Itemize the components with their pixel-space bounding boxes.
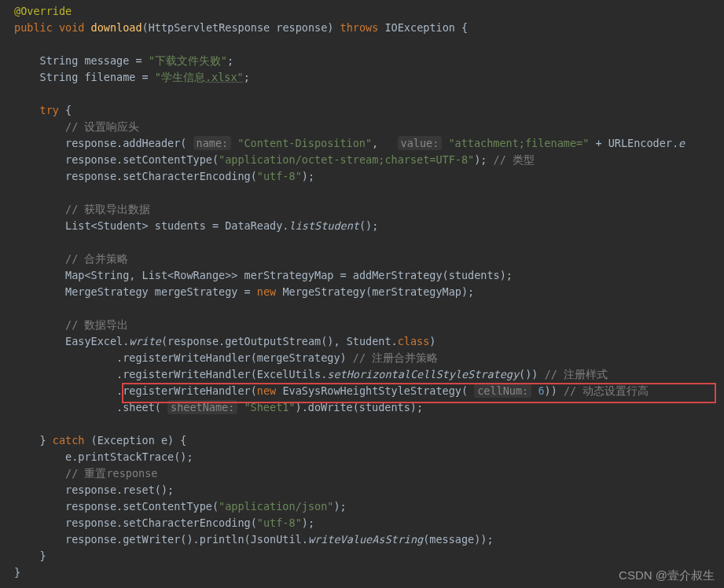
annotation: @Override <box>14 5 72 17</box>
l13b: ).doWrite(students); <box>296 401 424 413</box>
hint-cellnum: cellNum: <box>474 384 531 398</box>
watermark: CSDN @壹介叔生 <box>619 567 715 583</box>
l10a: .registerWriteHandler(mergeStrategy) <box>14 351 353 364</box>
l12cm: // 动态设置行高 <box>564 384 649 397</box>
l16b: ); <box>333 500 346 513</box>
c5: // 重置response <box>65 467 157 480</box>
method-name: download <box>91 21 142 34</box>
l8n: new <box>257 285 276 298</box>
sig-exc: IOException { <box>378 21 468 34</box>
l9c: class <box>398 335 430 347</box>
l17b: ); <box>302 516 314 529</box>
try-open: { <box>59 104 72 116</box>
l12c: )) <box>545 384 564 397</box>
kw-catch: catch <box>53 434 85 447</box>
hint-value: value: <box>398 136 443 150</box>
l8a: MergeStrategy mergeStrategy = <box>14 285 257 298</box>
sig-params: (HttpServletResponse response) <box>142 21 340 34</box>
l8b: MergeStrategy(merStrategyMap); <box>276 285 474 298</box>
l13s: "Sheet1" <box>237 401 295 413</box>
l1s: "下载文件失败" <box>149 54 227 67</box>
l3a: response.addHeader( <box>14 137 193 149</box>
catchA: } <box>14 434 53 447</box>
l11c: // 注册样式 <box>545 368 608 380</box>
l4s: "application/octet-stream;charset=UTF-8" <box>219 153 474 166</box>
l2a: String filename = <box>14 71 155 83</box>
l3m: , <box>372 137 398 149</box>
l1b: ; <box>227 54 233 67</box>
c1: // 设置响应头 <box>65 120 139 133</box>
catchB: (Exception e) { <box>84 434 186 447</box>
l4c: // 类型 <box>494 153 535 166</box>
hint-sheetname: sheetName: <box>167 400 237 414</box>
l10c: // 注册合并策略 <box>353 351 438 364</box>
l2s1: "学生信息 <box>155 71 205 83</box>
l14: e.printStackTrace(); <box>14 450 193 463</box>
l13a: .sheet( <box>14 401 167 413</box>
kw-void: void <box>59 21 85 34</box>
l3e: e <box>678 137 685 149</box>
c4: // 数据导出 <box>65 318 128 331</box>
l17s: "utf-8" <box>257 516 302 529</box>
l12b: EvaSysRowHeightStyleStrategy( <box>276 384 474 397</box>
l9d: ) <box>429 335 436 347</box>
l12a: .registerWriteHandler( <box>14 384 257 397</box>
l11i: setHorizontalCellStyleStrategy <box>327 368 519 380</box>
kw-try: try <box>40 104 59 116</box>
l2s2: .xlsx" <box>205 71 244 83</box>
closeOuter: } <box>14 566 20 579</box>
l4b: ); <box>474 153 493 166</box>
l6i: listStudent <box>289 219 359 232</box>
l6b: (); <box>359 219 378 232</box>
l9b: (response.getOutputStream(), Student. <box>161 335 398 347</box>
l11b: ()) <box>519 368 545 380</box>
l18a: response.getWriter().println(JsonUtil. <box>14 533 308 546</box>
hint-name: name: <box>193 136 232 150</box>
l3s2: "attachment;filename=" <box>442 137 589 149</box>
l16a: response.setContentType( <box>14 500 219 513</box>
l3b: + URLEncoder. <box>589 137 678 149</box>
l5s: "utf-8" <box>257 170 302 182</box>
kw-public: public <box>14 21 53 34</box>
l4a: response.setContentType( <box>14 153 219 166</box>
l18b: (message)); <box>423 533 493 546</box>
c3: // 合并策略 <box>65 252 128 265</box>
l18i: writeValueAsString <box>308 533 423 546</box>
l11a: .registerWriteHandler(ExcelUtils. <box>14 368 327 380</box>
closeInner: } <box>14 549 46 562</box>
code-editor[interactable]: @Override public void download(HttpServl… <box>0 0 724 581</box>
l6a: List<Student> students = DataReady. <box>14 219 289 232</box>
l5a: response.setCharacterEncoding( <box>14 170 257 182</box>
l2b: ; <box>244 71 250 83</box>
l9a: EasyExcel. <box>14 335 129 347</box>
l12n: new <box>257 384 276 397</box>
c2: // 获取导出数据 <box>65 203 150 215</box>
kw-throws: throws <box>340 21 379 34</box>
l7: Map<String, List<RowRange>> merStrategyM… <box>14 269 513 281</box>
l9i: write <box>129 335 161 347</box>
l15: response.reset(); <box>14 483 174 496</box>
l17a: response.setCharacterEncoding( <box>14 516 257 529</box>
l16s: "application/json" <box>219 500 333 513</box>
l1a: String message = <box>14 54 149 67</box>
l12num: 6 <box>531 384 544 397</box>
l3s1: "Content-Disposition" <box>231 137 372 149</box>
l5b: ); <box>302 170 314 182</box>
